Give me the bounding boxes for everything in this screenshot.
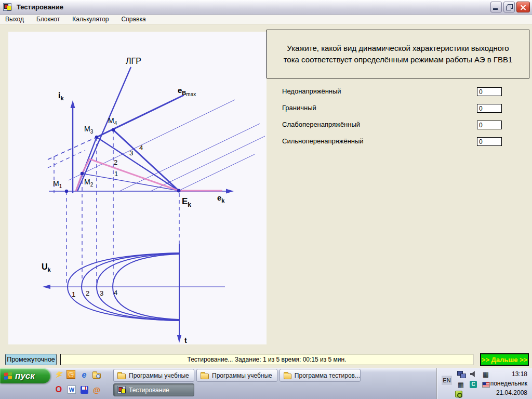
question-box: Укажите, какой вид динамической характер…: [267, 30, 529, 78]
start-button[interactable]: пуск: [0, 368, 50, 383]
application-window: Тестирование Выход Блокнот Калькулятор С…: [0, 0, 532, 399]
folder-icon: [117, 374, 126, 379]
taskbar-button-testing-active[interactable]: Тестирование: [113, 383, 194, 396]
m4-label: M4: [108, 116, 117, 126]
ebmax-label: eBmax: [178, 86, 196, 97]
system-tray: EN ▦ ▦ C 13:18 понедельник 21.04.2008: [436, 368, 532, 399]
answer-input-strong-overvoltage[interactable]: [477, 137, 502, 146]
minimize-icon: [493, 8, 498, 10]
menu-item-notepad[interactable]: Блокнот: [30, 15, 66, 24]
tray-date: 21.04.2008: [490, 388, 527, 397]
quicklaunch-word-icon[interactable]: W: [66, 384, 77, 395]
answer-label-weak-overvoltage: Слабоперенапряжённый: [282, 121, 360, 128]
network-icon[interactable]: [456, 369, 466, 379]
characteristics-diagram: ЛГР ik eBmax ek Ek Uk t M1 M2 M3 M4 1 2 …: [8, 32, 267, 344]
svg-text:2: 2: [86, 289, 89, 297]
tray-clock[interactable]: 13:18 понедельник 21.04.2008: [490, 369, 527, 397]
answer-label-undervoltage: Недонапряжённый: [282, 87, 341, 95]
answer-label-boundary: Граничный: [282, 104, 316, 112]
svg-text:3: 3: [100, 289, 103, 297]
volume-icon[interactable]: [469, 369, 478, 379]
quicklaunch-folder-search-icon[interactable]: [91, 370, 102, 380]
status-text: Тестирование... Задание: 1 из 5 время: 0…: [188, 356, 347, 363]
close-button[interactable]: [516, 2, 530, 12]
curve-number-labels: 1 2 3 4: [72, 289, 117, 298]
intermediate-button[interactable]: Промежуточное: [5, 354, 57, 365]
svg-text:2: 2: [114, 158, 117, 166]
minimize-button[interactable]: [490, 2, 502, 12]
answer-input-boundary[interactable]: [477, 104, 502, 113]
menu-item-exit[interactable]: Выход: [0, 15, 30, 24]
teal-app-icon[interactable]: C: [469, 380, 478, 389]
diagram-image: ЛГР ik eBmax ek Ek Uk t M1 M2 M3 M4 1 2 …: [8, 32, 267, 344]
windows-logo-icon: [4, 372, 12, 380]
folder-icon: [201, 374, 209, 379]
quicklaunch-internet-explorer-icon[interactable]: e: [79, 370, 89, 380]
ik-axis-label: ik: [58, 91, 64, 101]
window-title: Тестирование: [17, 3, 63, 11]
menu-bar: Выход Блокнот Калькулятор Справка: [0, 15, 532, 24]
folder-icon: [284, 374, 291, 379]
app-icon: [3, 3, 11, 11]
svg-text:4: 4: [139, 144, 143, 152]
taskbar-button-programs-1[interactable]: Программы учебные: [113, 369, 194, 382]
quicklaunch-save-icon[interactable]: [79, 384, 89, 395]
quicklaunch-lightning-icon[interactable]: [54, 370, 64, 380]
uk-axis-label: Uk: [42, 262, 51, 273]
menu-item-calculator[interactable]: Калькулятор: [66, 15, 115, 24]
answer-input-undervoltage[interactable]: [477, 87, 502, 96]
taskbar: пуск ◷ e O W @ Программы учебные Програм…: [0, 368, 532, 399]
menu-item-help[interactable]: Справка: [115, 15, 152, 24]
t-axis-label: t: [184, 336, 187, 344]
language-indicator[interactable]: EN: [442, 376, 452, 385]
quicklaunch-mail-icon[interactable]: @: [91, 384, 102, 395]
quicklaunch-clock-icon[interactable]: ◷: [66, 370, 75, 379]
answer-input-weak-overvoltage[interactable]: [477, 121, 502, 129]
grid-icon[interactable]: ▦: [456, 380, 466, 389]
keyboard-grid-icon[interactable]: ▦: [481, 369, 490, 379]
tray-day: понедельник: [490, 379, 527, 388]
lgr-label: ЛГР: [126, 57, 141, 65]
question-text: Укажите, какой вид динамической характер…: [281, 43, 515, 65]
title-bar: Тестирование: [0, 0, 532, 15]
quicklaunch-opera-icon[interactable]: O: [54, 384, 64, 395]
answer-label-strong-overvoltage: Сильноперенапряжённый: [282, 137, 364, 145]
m1-label: M1: [53, 179, 62, 189]
restore-button[interactable]: [503, 2, 515, 12]
ek-axis-label: ek: [217, 193, 225, 204]
svg-text:4: 4: [114, 289, 117, 297]
flag-icon[interactable]: [481, 380, 490, 389]
taskbar-button-test-program[interactable]: Программа тестиров...: [280, 369, 361, 382]
m2-label: M2: [84, 178, 94, 188]
nvidia-icon[interactable]: [454, 389, 463, 398]
svg-text:3: 3: [129, 149, 133, 157]
svg-text:1: 1: [72, 290, 75, 298]
status-bar: Тестирование... Задание: 1 из 5 время: 0…: [60, 354, 473, 365]
Ek-label: Ek: [182, 196, 191, 208]
tray-time: 13:18: [490, 369, 527, 379]
m3-label: M3: [84, 125, 94, 135]
svg-text:1: 1: [114, 170, 118, 178]
client-area: ЛГР ik eBmax ek Ek Uk t M1 M2 M3 M4 1 2 …: [0, 24, 532, 368]
next-button[interactable]: >> Дальше >>: [480, 353, 529, 366]
app-icon: [117, 386, 126, 394]
taskbar-button-programs-2[interactable]: Программы учебные: [196, 369, 277, 382]
